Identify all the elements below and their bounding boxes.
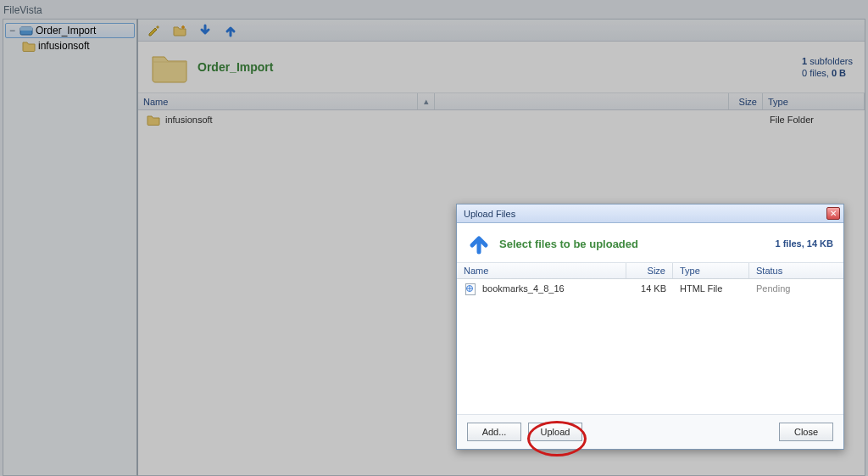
dialog-footer: Add... Upload Close (457, 414, 843, 449)
file-size: 14 KB (626, 279, 673, 298)
dialog-col-size[interactable]: Size (626, 263, 673, 278)
close-icon[interactable]: ✕ (826, 207, 840, 220)
dialog-stats: 1 files, 14 KB (776, 238, 833, 249)
dialog-col-status[interactable]: Status (749, 263, 843, 278)
dialog-col-name[interactable]: Name (457, 263, 626, 278)
close-button[interactable]: Close (779, 423, 833, 441)
upload-arrow-icon (467, 232, 491, 255)
html-file-icon (464, 283, 477, 294)
file-name: bookmarks_4_8_16 (482, 283, 565, 294)
dialog-grid-header: Name Size Type Status (457, 262, 843, 279)
upload-dialog: Upload Files ✕ Select files to be upload… (456, 204, 844, 450)
dialog-title: Select files to be uploaded (499, 238, 638, 250)
dialog-body: bookmarks_4_8_16 14 KB HTML File Pending (457, 279, 843, 414)
add-button[interactable]: Add... (467, 423, 521, 441)
dialog-window-title: Upload Files (464, 209, 515, 219)
dialog-file-row[interactable]: bookmarks_4_8_16 14 KB HTML File Pending (457, 279, 843, 298)
dialog-col-type[interactable]: Type (673, 263, 749, 278)
dialog-titlebar[interactable]: Upload Files ✕ (457, 204, 843, 223)
dialog-header: Select files to be uploaded 1 files, 14 … (457, 223, 843, 262)
upload-button[interactable]: Upload (528, 423, 582, 441)
file-status: Pending (749, 279, 843, 298)
file-type: HTML File (673, 279, 749, 298)
